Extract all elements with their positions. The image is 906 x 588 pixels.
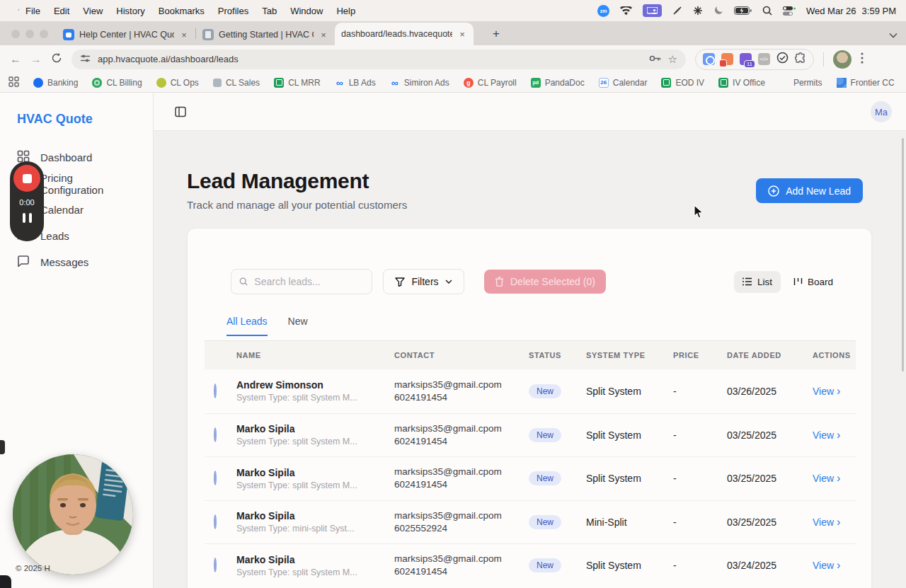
battery-icon[interactable] bbox=[734, 6, 752, 15]
search-leads-box[interactable] bbox=[231, 269, 372, 294]
tab-search-chevron-icon[interactable] bbox=[889, 28, 898, 41]
settings-asterisk-icon[interactable] bbox=[693, 6, 703, 16]
bookmark-calendar[interactable]: Calendar bbox=[599, 78, 648, 88]
bookmark-permits[interactable]: Permits bbox=[779, 78, 822, 88]
tab-close-icon[interactable]: × bbox=[457, 29, 467, 40]
control-center-icon[interactable] bbox=[783, 6, 796, 16]
chevron-right-icon: › bbox=[837, 517, 840, 528]
apple-icon[interactable] bbox=[10, 5, 20, 16]
view-lead-link[interactable]: View› bbox=[813, 473, 856, 484]
password-key-icon[interactable] bbox=[649, 54, 661, 65]
reload-button[interactable] bbox=[51, 52, 62, 67]
minimize-window-button[interactable] bbox=[25, 30, 34, 38]
bookmark-simiron-ads[interactable]: Simiron Ads bbox=[390, 78, 449, 88]
back-button[interactable]: ← bbox=[10, 53, 21, 66]
zoom-window-button[interactable] bbox=[40, 30, 48, 38]
bookmark-cl-ops[interactable]: CL Ops bbox=[156, 78, 199, 88]
extension-code-icon[interactable]: </> bbox=[758, 53, 770, 65]
menu-item-view[interactable]: View bbox=[83, 6, 103, 16]
board-view-button[interactable]: Board bbox=[785, 271, 842, 293]
filter-funnel-icon bbox=[395, 277, 405, 287]
app-logo[interactable]: HVAC Quote bbox=[17, 112, 93, 127]
search-leads-input[interactable] bbox=[254, 276, 364, 287]
lead-contact-cell: marksips35@gmail.cpom6024191454 bbox=[394, 553, 529, 578]
forward-button[interactable]: → bbox=[30, 53, 42, 66]
apps-grid-icon[interactable] bbox=[8, 76, 19, 89]
stop-recording-button[interactable] bbox=[13, 165, 40, 192]
zoom-app-icon[interactable]: zm bbox=[597, 5, 609, 17]
bookmark-iv-office[interactable]: IV Office bbox=[718, 78, 765, 88]
menu-item-profiles[interactable]: Profiles bbox=[218, 6, 248, 16]
bookmark-frontier-cc[interactable]: Frontier CC bbox=[837, 78, 895, 88]
bookmark-eod-iv[interactable]: EOD IV bbox=[661, 78, 704, 88]
tab-close-icon[interactable]: × bbox=[179, 30, 189, 40]
screen-recorder-widget: 0:00 bbox=[10, 161, 44, 241]
bookmark-cl-billing[interactable]: CL Billing bbox=[92, 78, 142, 88]
view-lead-link[interactable]: View› bbox=[813, 386, 856, 397]
sidebar-item-label: Messages bbox=[40, 256, 88, 268]
row-radio[interactable] bbox=[214, 427, 217, 442]
browser-profile-avatar[interactable] bbox=[833, 50, 851, 69]
delete-selected-button[interactable]: Delete Selected (0) bbox=[484, 270, 606, 294]
sidebar-item-messages[interactable]: Messages bbox=[0, 249, 153, 275]
extension-check-icon[interactable] bbox=[776, 52, 789, 67]
bookmark-star-icon[interactable]: ☆ bbox=[668, 53, 677, 66]
menu-item-history[interactable]: History bbox=[116, 6, 144, 16]
url-text[interactable]: app.hvacquote.ai/dashboard/leads bbox=[98, 54, 642, 64]
do-not-disturb-moon-icon[interactable] bbox=[713, 6, 723, 16]
browser-tab-0[interactable]: Help Center | HVAC Quote | I× bbox=[57, 24, 195, 45]
spotlight-search-icon[interactable] bbox=[762, 6, 772, 16]
tab-new[interactable]: New bbox=[288, 316, 308, 336]
tab-all-leads[interactable]: All Leads bbox=[226, 316, 268, 336]
scrollbar-thumb[interactable] bbox=[902, 138, 904, 371]
extension-purple-icon[interactable]: 11 bbox=[740, 53, 752, 65]
menu-item-tab[interactable]: Tab bbox=[262, 6, 277, 16]
wifi-icon[interactable] bbox=[620, 6, 632, 16]
add-new-lead-button[interactable]: Add New Lead bbox=[756, 178, 863, 203]
pause-recording-button[interactable] bbox=[23, 213, 32, 223]
row-radio[interactable] bbox=[214, 471, 217, 485]
new-tab-button[interactable]: + bbox=[490, 27, 503, 41]
bookmark-lb-ads[interactable]: LB Ads bbox=[335, 78, 376, 88]
row-radio[interactable] bbox=[214, 514, 217, 529]
row-radio[interactable] bbox=[214, 558, 217, 572]
pencil-tool-icon[interactable] bbox=[672, 6, 682, 16]
bookmark-label: PandaDoc bbox=[545, 78, 585, 88]
menu-item-bookmarks[interactable]: Bookmarks bbox=[159, 6, 205, 16]
sidebar-toggle-icon[interactable] bbox=[175, 106, 186, 120]
extensions-puzzle-icon[interactable] bbox=[795, 52, 806, 67]
tab-close-icon[interactable]: × bbox=[319, 30, 328, 40]
screen-mirroring-icon[interactable] bbox=[643, 4, 662, 17]
menu-item-window[interactable]: Window bbox=[290, 6, 323, 16]
menu-date: Wed Mar 26 bbox=[806, 6, 856, 16]
view-lead-link[interactable]: View› bbox=[813, 430, 856, 441]
menu-item-file[interactable]: File bbox=[25, 6, 40, 16]
browser-tab-1[interactable]: Getting Started | HVAC Quote× bbox=[196, 24, 335, 45]
bookmark-pandadoc[interactable]: PandaDoc bbox=[531, 78, 585, 88]
site-info-icon[interactable] bbox=[80, 54, 91, 65]
row-radio[interactable] bbox=[214, 384, 217, 398]
row-select-cell bbox=[205, 516, 236, 529]
recorder-corner-tab[interactable] bbox=[0, 575, 11, 588]
user-avatar[interactable]: Ma bbox=[871, 101, 892, 122]
view-lead-link[interactable]: View› bbox=[813, 517, 856, 528]
bookmark-cl-payroll[interactable]: CL Payroll bbox=[464, 78, 517, 88]
lead-subtitle: System Type: split System M... bbox=[236, 567, 394, 577]
menu-item-help[interactable]: Help bbox=[336, 6, 355, 16]
recorder-edge-tab[interactable] bbox=[0, 440, 5, 454]
filters-button[interactable]: Filters bbox=[383, 269, 464, 294]
bank-blue-circle-icon bbox=[33, 78, 43, 88]
view-lead-link[interactable]: View› bbox=[813, 560, 856, 571]
extension-orange-icon[interactable] bbox=[721, 53, 733, 65]
bookmark-cl-mrr[interactable]: CL MRR bbox=[274, 78, 321, 88]
close-window-button[interactable] bbox=[11, 30, 20, 38]
list-view-button[interactable]: List bbox=[734, 271, 781, 293]
bookmark-cl-sales[interactable]: CL Sales bbox=[213, 78, 260, 88]
bookmark-banking[interactable]: Banking bbox=[33, 78, 78, 88]
menu-item-edit[interactable]: Edit bbox=[54, 6, 69, 16]
browser-tab-2[interactable]: dashboard/leads.hvacequote× bbox=[335, 23, 474, 45]
address-bar[interactable]: app.hvacquote.ai/dashboard/leads ☆ bbox=[71, 50, 686, 69]
menu-clock[interactable]: Wed Mar 26 3:59 PM bbox=[806, 6, 896, 16]
browser-menu-dots-icon[interactable] bbox=[861, 52, 864, 67]
extension-tag-icon[interactable] bbox=[703, 53, 715, 65]
